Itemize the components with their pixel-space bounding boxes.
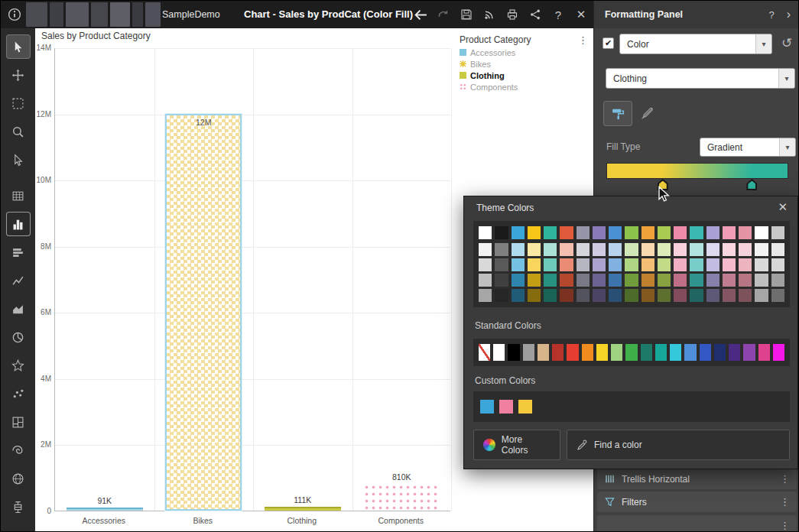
menu-item-placeholder[interactable] <box>132 2 143 27</box>
color-swatch[interactable] <box>690 289 703 302</box>
color-swatch[interactable] <box>625 274 638 287</box>
gradient-preview-bar[interactable] <box>606 163 788 179</box>
color-swatch[interactable] <box>771 258 784 271</box>
legend-item-accessories[interactable]: Accessories <box>460 47 591 57</box>
color-swatch[interactable] <box>706 289 719 302</box>
color-swatch[interactable] <box>739 289 752 302</box>
marquee-select-tool[interactable] <box>7 92 30 115</box>
color-swatch[interactable] <box>528 289 541 302</box>
color-swatch[interactable] <box>512 289 525 302</box>
category-value-dropdown[interactable]: Clothing ▾ <box>606 68 795 89</box>
kebab-menu-icon[interactable]: ⋮ <box>780 496 790 508</box>
color-swatch[interactable] <box>609 243 622 256</box>
color-swatch[interactable] <box>670 344 681 361</box>
color-swatch[interactable] <box>755 274 768 287</box>
menu-item-placeholder[interactable] <box>26 2 47 27</box>
close-icon[interactable]: ✕ <box>778 200 788 214</box>
color-swatch[interactable] <box>771 289 784 302</box>
color-swatch[interactable] <box>625 289 638 302</box>
bar-components[interactable] <box>363 484 440 511</box>
pan-tool[interactable] <box>7 63 30 86</box>
color-swatch[interactable] <box>625 243 638 256</box>
color-swatch[interactable] <box>544 289 557 302</box>
panel-section-filters[interactable]: Filters⋮ <box>597 491 797 512</box>
color-swatch[interactable] <box>723 289 736 302</box>
plot-area[interactable]: 91K12M111K810K <box>54 48 450 511</box>
color-swatch[interactable] <box>641 344 652 361</box>
color-swatch[interactable] <box>655 344 667 361</box>
panel-collapse-icon[interactable]: › <box>787 8 791 21</box>
color-swatch[interactable] <box>706 226 719 239</box>
color-swatch[interactable] <box>706 243 719 256</box>
color-swatch[interactable] <box>641 274 654 287</box>
color-swatch[interactable] <box>755 289 768 302</box>
bar-accessories[interactable] <box>67 508 143 511</box>
kebab-menu-icon[interactable]: ⋮ <box>780 473 790 485</box>
panel-help-icon[interactable]: ? <box>768 9 774 21</box>
panel-section-trellis-horizontal[interactable]: Trellis Horizontal⋮ <box>597 469 797 489</box>
property-dropdown[interactable]: Color ▾ <box>619 34 772 54</box>
color-swatch[interactable] <box>538 344 549 361</box>
find-color-button[interactable]: Find a color <box>567 430 790 460</box>
color-swatch[interactable] <box>723 226 736 239</box>
color-swatch[interactable] <box>690 243 703 256</box>
color-swatch[interactable] <box>544 258 557 271</box>
color-swatch[interactable] <box>512 226 525 239</box>
color-swatch[interactable] <box>625 258 638 271</box>
color-swatch[interactable] <box>552 344 564 361</box>
color-swatch[interactable] <box>495 226 508 239</box>
color-swatch[interactable] <box>723 258 736 271</box>
color-swatch[interactable] <box>739 243 752 256</box>
color-swatch[interactable] <box>479 274 492 287</box>
color-swatch[interactable] <box>479 243 492 256</box>
color-swatch[interactable] <box>479 226 492 239</box>
color-swatch[interactable] <box>755 243 768 256</box>
help-button[interactable]: ? <box>551 7 566 22</box>
row-chart-tool[interactable] <box>7 241 30 264</box>
color-swatch[interactable] <box>560 289 573 302</box>
color-swatch[interactable] <box>560 274 573 287</box>
color-swatch[interactable] <box>658 274 671 287</box>
color-swatch[interactable] <box>690 258 703 271</box>
color-swatch[interactable] <box>758 344 770 361</box>
fill-type-dropdown[interactable]: Gradient ▾ <box>700 138 796 157</box>
legend-item-components[interactable]: Components <box>460 82 591 92</box>
star-plot-tool[interactable] <box>7 354 30 377</box>
color-swatch[interactable] <box>729 344 740 361</box>
color-swatch[interactable] <box>684 344 696 361</box>
legend-item-bikes[interactable]: Bikes <box>460 59 591 69</box>
print-button[interactable] <box>505 7 520 22</box>
color-swatch[interactable] <box>714 344 726 361</box>
broadcast-button[interactable] <box>482 7 497 22</box>
spiral-plot-tool[interactable] <box>7 439 30 462</box>
color-swatch[interactable] <box>528 243 541 256</box>
kebab-menu-icon[interactable]: ⋮ <box>780 520 790 531</box>
color-swatch[interactable] <box>560 226 573 239</box>
workspace-label[interactable]: SampleDemo <box>162 1 220 28</box>
close-button[interactable]: ✕ <box>573 7 589 22</box>
bar-clothing[interactable] <box>265 507 341 511</box>
color-swatch[interactable] <box>544 226 557 239</box>
color-swatch[interactable] <box>755 226 768 239</box>
color-swatch[interactable] <box>528 274 541 287</box>
color-swatch[interactable] <box>723 274 736 287</box>
color-swatch[interactable] <box>512 274 525 287</box>
back-button[interactable] <box>413 7 428 22</box>
save-button[interactable] <box>459 7 474 22</box>
color-swatch[interactable] <box>771 243 784 256</box>
color-swatch[interactable] <box>577 258 590 271</box>
more-colors-button[interactable]: More Colors <box>473 430 560 460</box>
color-swatch[interactable] <box>493 344 505 361</box>
color-swatch[interactable] <box>508 344 519 361</box>
menu-item-placeholder[interactable] <box>66 2 89 27</box>
share-button[interactable] <box>528 7 543 22</box>
color-swatch[interactable] <box>518 400 532 414</box>
color-swatch[interactable] <box>593 243 606 256</box>
color-swatch[interactable] <box>495 258 508 271</box>
color-swatch[interactable] <box>690 274 703 287</box>
legend-menu-icon[interactable]: ⋮ <box>578 34 591 46</box>
color-swatch[interactable] <box>706 258 719 271</box>
treemap-tool[interactable] <box>7 410 30 433</box>
color-swatch[interactable] <box>593 274 606 287</box>
color-swatch[interactable] <box>495 289 508 302</box>
